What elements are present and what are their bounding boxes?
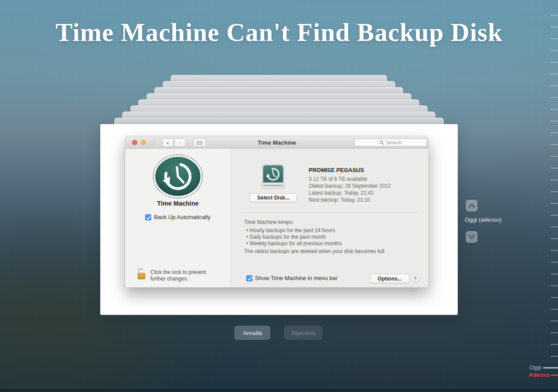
time-machine-logo-icon bbox=[152, 154, 204, 199]
chevron-down-icon bbox=[468, 234, 475, 240]
section-divider bbox=[244, 212, 418, 213]
search-placeholder: Search bbox=[386, 140, 401, 145]
keeps-footnote: The oldest backups are deleted when your… bbox=[244, 248, 386, 254]
time-machine-preferences-window: ‹ › Time Machine Search bbox=[125, 136, 429, 287]
keeps-list: Hourly backups for the past 24 hours Dai… bbox=[246, 227, 342, 247]
chevron-up-icon bbox=[468, 203, 475, 208]
keeps-item: Weekly backups for all previous months bbox=[246, 240, 342, 247]
timeline-ticks[interactable] bbox=[551, 15, 558, 364]
disk-available: 3.12 TB of 6 TB available bbox=[309, 176, 391, 182]
bottom-shadow-strip bbox=[0, 389, 558, 392]
lock-icon[interactable] bbox=[136, 267, 146, 280]
timeline-today-tick-label[interactable]: Oggi bbox=[530, 365, 541, 371]
help-button[interactable]: ? bbox=[411, 274, 419, 283]
restore-button[interactable]: Ripristina bbox=[284, 326, 322, 340]
window-titlebar: ‹ › Time Machine Search bbox=[125, 136, 429, 149]
timeline-today-tick[interactable] bbox=[543, 367, 558, 368]
disk-info: PROMISE PEGASUS 3.12 TB of 6 TB availabl… bbox=[309, 167, 391, 203]
keeps-heading: Time Machine keeps: bbox=[244, 219, 294, 225]
search-input[interactable]: Search bbox=[354, 139, 427, 146]
main-pane: Select Disk... PROMISE PEGASUS 3.12 TB o… bbox=[231, 149, 429, 287]
snapshot-card: ‹ › Time Machine Search bbox=[100, 124, 458, 315]
sidebar-pane: Time Machine Back Up Automatically bbox=[125, 149, 231, 287]
timeline-adesso-tick-label[interactable]: Adesso bbox=[529, 372, 549, 378]
cancel-button[interactable]: Annulla bbox=[235, 326, 270, 340]
timeline-up-button[interactable] bbox=[466, 200, 477, 211]
timeline-now-label: Oggi (adesso) bbox=[465, 216, 502, 223]
lock-hint-text: Click the lock to prevent further change… bbox=[150, 267, 206, 282]
keeps-item: Hourly backups for the past 24 hours bbox=[246, 227, 342, 234]
disk-next-backup: Next backup: Today, 23:10 bbox=[309, 196, 391, 203]
search-icon bbox=[379, 140, 384, 145]
timeline-down-button[interactable] bbox=[466, 231, 477, 243]
disk-latest-backup: Latest backup: Today, 21:42 bbox=[309, 189, 391, 196]
window-content: Time Machine Back Up Automatically bbox=[125, 149, 429, 287]
options-button[interactable]: Options... bbox=[370, 274, 409, 283]
page-title: Time Machine Can't Find Backup Disk bbox=[0, 17, 558, 47]
keeps-item: Daily backups for the past month bbox=[246, 234, 342, 240]
backup-automatically-checkbox[interactable] bbox=[145, 214, 151, 220]
disk-oldest-backup: Oldest backup: 26 September 2012 bbox=[309, 182, 391, 189]
show-in-menu-bar-label: Show Time Machine in menu bar bbox=[255, 275, 337, 281]
sidebar-app-name: Time Machine bbox=[125, 200, 231, 207]
disk-name: PROMISE PEGASUS bbox=[309, 167, 391, 173]
timeline-adesso-tick[interactable] bbox=[551, 375, 558, 376]
backup-disk-icon bbox=[261, 164, 286, 189]
backup-automatically-label: Back Up Automatically bbox=[154, 214, 210, 220]
select-disk-button[interactable]: Select Disk... bbox=[250, 193, 297, 202]
stacked-window bbox=[114, 118, 444, 125]
show-in-menu-bar-checkbox[interactable] bbox=[246, 275, 252, 281]
